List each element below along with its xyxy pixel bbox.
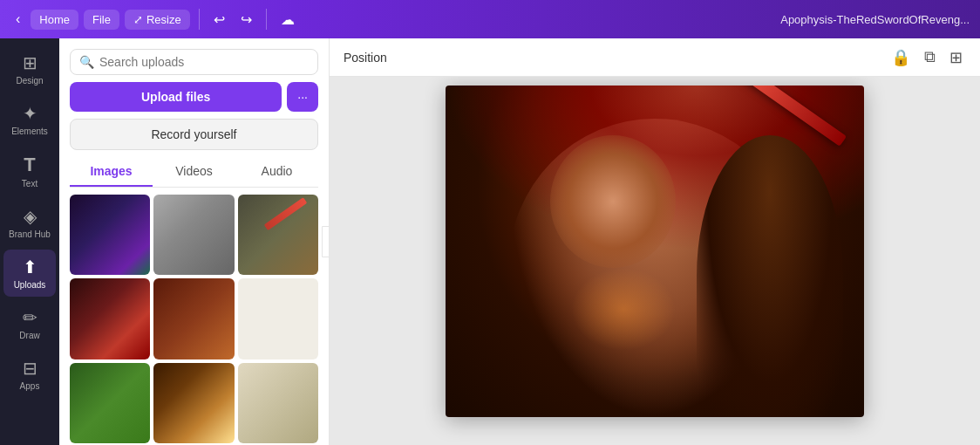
uploads-icon: ⬆ [23,257,37,277]
collapse-panel-btn[interactable]: › [322,226,330,257]
uploads-panel: 🔍 Upload files ··· Record yourself Image… [59,38,330,445]
tab-audio[interactable]: Audio [235,157,318,187]
search-icon: 🔍 [79,55,94,69]
text-icon: T [24,154,35,176]
sidebar-item-label: Uploads [14,280,46,290]
undo-btn[interactable]: ↩ [208,8,230,31]
thumbnail-1[interactable] [70,195,150,275]
thumbnail-5[interactable] [153,278,234,359]
search-input[interactable] [99,55,309,69]
image-grid [70,195,318,443]
canvas-toolbar: Position 🔒 ⧉ ⊞ [330,38,980,77]
thumbnail-4[interactable] [70,278,150,359]
panel-inner: 🔍 Upload files ··· Record yourself Image… [59,38,329,445]
record-yourself-button[interactable]: Record yourself [70,119,318,150]
sidebar-item-uploads[interactable]: ⬆ Uploads [3,250,56,297]
thumbnail-7[interactable] [70,363,150,443]
tab-images[interactable]: Images [70,157,153,187]
canvas-toolbar-right: 🔒 ⧉ ⊞ [888,44,966,71]
elements-icon: ✦ [23,103,37,124]
sidebar-item-draw[interactable]: ✏ Draw [3,300,56,347]
position-label: Position [344,51,387,65]
sidebar-item-label: Text [22,179,37,188]
back-btn[interactable]: ‹ [10,8,25,31]
sidebar-item-brand-hub[interactable]: ◈ Brand Hub [3,199,56,246]
upload-more-button[interactable]: ··· [287,82,318,112]
sidebar-item-label: Design [16,76,43,86]
draw-icon: ✏ [23,307,37,328]
thumbnail-3[interactable] [238,195,318,275]
brand-hub-icon: ◈ [24,206,37,227]
sidebar-item-design[interactable]: ⊞ Design [3,45,56,92]
upload-files-button[interactable]: Upload files [70,82,282,112]
thumbnail-8[interactable] [153,363,234,443]
document-title: Apophysis-TheRedSwordOfReveng... [780,13,970,26]
file-btn[interactable]: File [84,10,119,30]
thumbnail-6[interactable] [238,278,318,359]
sidebar-item-label: Draw [19,331,39,340]
topbar-left: ‹ Home File ⤢ Resize ↩ ↪ ☁ [10,8,300,31]
topbar-divider [199,9,200,30]
sidebar-item-elements[interactable]: ✦ Elements [3,96,56,143]
sidebar-item-label: Elements [11,127,48,136]
redo-btn[interactable]: ↪ [235,8,257,31]
thumbnail-2[interactable] [153,195,234,275]
sidebar-item-label: Brand Hub [9,229,51,239]
tab-videos[interactable]: Videos [153,157,235,187]
resize-icon: ⤢ [133,13,143,26]
sidebar-item-label: Apps [20,381,40,391]
icon-sidebar: ⊞ Design ✦ Elements T Text ◈ Brand Hub ⬆… [0,38,59,445]
topbar-divider2 [266,9,267,30]
canvas-main [330,77,980,445]
copy-btn[interactable]: ⧉ [921,44,939,71]
thumbnail-9[interactable] [238,363,318,443]
more-btn[interactable]: ⊞ [946,44,966,71]
canvas-area: Position 🔒 ⧉ ⊞ [330,38,980,445]
topbar: ‹ Home File ⤢ Resize ↩ ↪ ☁ Apophysis-The… [0,0,980,38]
design-icon: ⊞ [23,52,37,73]
sidebar-item-apps[interactable]: ⊟ Apps [3,351,56,398]
apps-icon: ⊟ [23,358,37,379]
main-layout: ⊞ Design ✦ Elements T Text ◈ Brand Hub ⬆… [0,38,980,445]
resize-btn[interactable]: ⤢ Resize [125,10,190,30]
lock-btn[interactable]: 🔒 [888,44,914,71]
upload-btn-row: Upload files ··· [70,82,318,112]
search-bar: 🔍 [70,49,318,75]
sidebar-item-text[interactable]: T Text [3,147,56,195]
home-btn[interactable]: Home [31,10,78,30]
cloud-save-btn[interactable]: ☁ [276,8,300,31]
artwork-image[interactable] [446,86,864,417]
media-tabs: Images Videos Audio [70,157,318,188]
